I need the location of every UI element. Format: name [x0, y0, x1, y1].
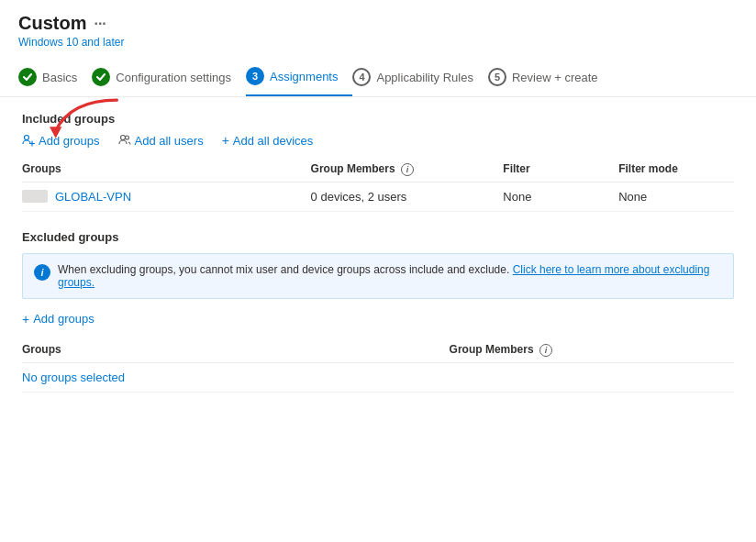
- members-info-icon[interactable]: i: [401, 163, 414, 176]
- excluded-table: Groups Group Members i No groups selecte…: [22, 337, 734, 393]
- add-all-users-label: Add all users: [135, 134, 204, 148]
- info-banner-icon: i: [34, 264, 50, 281]
- group-filter-cell: None: [503, 182, 618, 211]
- excluded-empty-row: No groups selected: [22, 362, 734, 392]
- group-members-cell: 0 devices, 2 users: [311, 182, 504, 211]
- group-filtermode-cell: None: [618, 182, 734, 211]
- excluded-members-info-icon[interactable]: i: [539, 344, 552, 357]
- page-title-text: Custom: [18, 13, 86, 34]
- step-basics[interactable]: Basics: [18, 59, 92, 95]
- step-applicability[interactable]: 4 Applicability Rules: [352, 59, 488, 95]
- svg-point-4: [120, 136, 125, 140]
- included-groups-title: Included groups: [22, 112, 734, 126]
- group-avatar: [22, 190, 48, 203]
- main-content: Included groups Add groups Add all users: [0, 97, 756, 407]
- info-banner-text: When excluding groups, you cannot mix us…: [58, 263, 722, 289]
- col-header-members: Group Members i: [311, 157, 504, 182]
- step-review-icon: 5: [488, 68, 506, 86]
- group-name-cell: GLOBAL-VPN: [22, 182, 311, 211]
- excluded-add-groups-button[interactable]: + Add groups: [22, 312, 94, 326]
- wizard-steps: Basics Configuration settings 3 Assignme…: [0, 58, 756, 97]
- excluded-table-header-row: Groups Group Members i: [22, 337, 734, 362]
- table-row: GLOBAL-VPN 0 devices, 2 users None None: [22, 182, 734, 211]
- included-table: Groups Group Members i Filter Filter mod…: [22, 157, 734, 212]
- add-all-users-button[interactable]: Add all users: [118, 134, 204, 148]
- add-all-devices-label: Add all devices: [233, 134, 313, 148]
- step-review-label: Review + create: [512, 71, 598, 84]
- step-assignments[interactable]: 3 Assignments: [246, 58, 352, 96]
- add-groups-icon: [22, 134, 35, 147]
- page-title: Custom ···: [18, 13, 738, 34]
- col-header-filter-mode: Filter mode: [618, 157, 734, 182]
- excluded-col-header-groups: Groups: [22, 337, 450, 362]
- add-groups-label: Add groups: [39, 134, 100, 148]
- title-ellipsis[interactable]: ···: [94, 16, 106, 32]
- svg-point-5: [125, 136, 128, 139]
- excluded-empty-message: No groups selected: [22, 362, 734, 392]
- included-actions-row: Add groups Add all users + Add all devic…: [22, 133, 734, 148]
- step-assignments-icon: 3: [246, 67, 264, 85]
- step-basics-icon: [18, 68, 37, 86]
- group-name-link[interactable]: GLOBAL-VPN: [55, 190, 131, 204]
- add-groups-button[interactable]: Add groups: [22, 134, 100, 148]
- step-applicability-label: Applicability Rules: [376, 71, 473, 84]
- svg-point-1: [25, 136, 29, 140]
- step-configuration[interactable]: Configuration settings: [92, 59, 246, 95]
- excluded-col-header-members: Group Members i: [450, 337, 734, 362]
- step-configuration-icon: [92, 68, 110, 86]
- included-table-header-row: Groups Group Members i Filter Filter mod…: [22, 157, 734, 182]
- info-banner: i When excluding groups, you cannot mix …: [22, 253, 734, 299]
- step-applicability-icon: 4: [352, 68, 371, 86]
- col-header-groups: Groups: [22, 157, 311, 182]
- excluded-groups-section: Excluded groups i When excluding groups,…: [22, 230, 734, 393]
- step-configuration-label: Configuration settings: [116, 71, 231, 84]
- col-header-filter: Filter: [503, 157, 618, 182]
- excluded-groups-title: Excluded groups: [22, 230, 734, 244]
- step-basics-label: Basics: [42, 71, 77, 84]
- add-all-devices-button[interactable]: + Add all devices: [222, 133, 314, 148]
- page-header: Custom ··· Windows 10 and later: [0, 0, 756, 54]
- add-all-devices-plus-icon: +: [222, 133, 229, 148]
- excluded-add-groups-label: Add groups: [33, 312, 94, 326]
- step-assignments-label: Assignments: [270, 70, 338, 83]
- add-all-users-icon: [118, 134, 131, 147]
- step-review[interactable]: 5 Review + create: [488, 59, 613, 95]
- page-subtitle: Windows 10 and later: [18, 36, 738, 49]
- excluded-add-groups-plus-icon: +: [22, 312, 29, 326]
